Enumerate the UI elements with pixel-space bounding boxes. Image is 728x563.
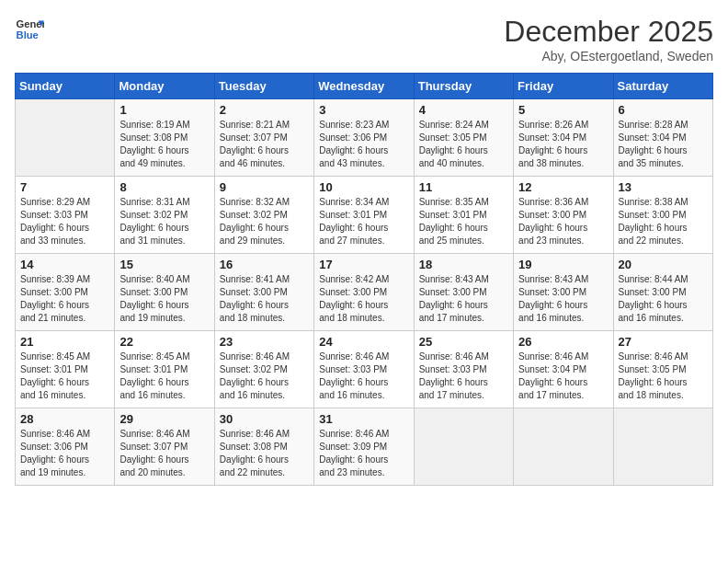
day-content: Sunrise: 8:46 AM Sunset: 3:07 PM Dayligh… <box>119 428 209 479</box>
calendar-cell: 24Sunrise: 8:46 AM Sunset: 3:03 PM Dayli… <box>314 331 414 408</box>
day-number: 7 <box>20 180 109 194</box>
calendar-cell: 17Sunrise: 8:42 AM Sunset: 3:00 PM Dayli… <box>314 254 414 331</box>
calendar-cell: 13Sunrise: 8:38 AM Sunset: 3:00 PM Dayli… <box>613 177 712 254</box>
day-content: Sunrise: 8:26 AM Sunset: 3:04 PM Dayligh… <box>518 119 608 170</box>
day-content: Sunrise: 8:34 AM Sunset: 3:01 PM Dayligh… <box>319 196 408 247</box>
day-number: 11 <box>419 180 508 194</box>
day-content: Sunrise: 8:46 AM Sunset: 3:08 PM Dayligh… <box>220 428 309 479</box>
page-header: General Blue December 2025 Aby, OEstergo… <box>15 15 713 63</box>
day-content: Sunrise: 8:46 AM Sunset: 3:02 PM Dayligh… <box>220 350 309 402</box>
day-content: Sunrise: 8:46 AM Sunset: 3:06 PM Dayligh… <box>20 428 109 479</box>
day-number: 15 <box>119 258 209 271</box>
calendar-cell: 7Sunrise: 8:29 AM Sunset: 3:03 PM Daylig… <box>16 177 115 254</box>
calendar-cell: 8Sunrise: 8:31 AM Sunset: 3:02 PM Daylig… <box>115 177 214 254</box>
week-row-3: 14Sunrise: 8:39 AM Sunset: 3:00 PM Dayli… <box>16 254 713 331</box>
weekday-header-friday: Friday <box>514 74 613 99</box>
weekday-header-thursday: Thursday <box>414 74 513 99</box>
calendar-cell: 5Sunrise: 8:26 AM Sunset: 3:04 PM Daylig… <box>514 99 613 177</box>
month-title: December 2025 <box>504 15 713 49</box>
week-row-5: 28Sunrise: 8:46 AM Sunset: 3:06 PM Dayli… <box>16 408 713 486</box>
day-content: Sunrise: 8:45 AM Sunset: 3:01 PM Dayligh… <box>20 350 109 402</box>
day-content: Sunrise: 8:23 AM Sunset: 3:06 PM Dayligh… <box>319 119 408 170</box>
day-content: Sunrise: 8:21 AM Sunset: 3:07 PM Dayligh… <box>220 119 309 170</box>
day-number: 20 <box>619 258 708 271</box>
calendar-cell: 12Sunrise: 8:36 AM Sunset: 3:00 PM Dayli… <box>514 177 613 254</box>
calendar-cell: 18Sunrise: 8:43 AM Sunset: 3:00 PM Dayli… <box>414 254 513 331</box>
day-number: 9 <box>220 180 309 194</box>
calendar-cell: 30Sunrise: 8:46 AM Sunset: 3:08 PM Dayli… <box>214 408 313 486</box>
day-number: 6 <box>619 103 708 117</box>
day-number: 23 <box>220 335 309 349</box>
svg-text:General: General <box>17 18 44 29</box>
day-content: Sunrise: 8:44 AM Sunset: 3:00 PM Dayligh… <box>619 273 708 325</box>
day-content: Sunrise: 8:29 AM Sunset: 3:03 PM Dayligh… <box>20 196 109 247</box>
calendar-cell: 1Sunrise: 8:19 AM Sunset: 3:08 PM Daylig… <box>115 99 214 177</box>
calendar-cell <box>16 99 115 177</box>
day-number: 12 <box>518 180 608 194</box>
calendar-cell: 23Sunrise: 8:46 AM Sunset: 3:02 PM Dayli… <box>214 331 313 408</box>
logo: General Blue <box>15 15 44 44</box>
calendar-cell: 9Sunrise: 8:32 AM Sunset: 3:02 PM Daylig… <box>214 177 313 254</box>
title-block: December 2025 Aby, OEstergoetland, Swede… <box>504 15 713 63</box>
day-number: 8 <box>119 180 209 194</box>
day-number: 28 <box>20 412 109 426</box>
day-content: Sunrise: 8:39 AM Sunset: 3:00 PM Dayligh… <box>20 273 109 325</box>
calendar-cell: 2Sunrise: 8:21 AM Sunset: 3:07 PM Daylig… <box>214 99 313 177</box>
day-number: 18 <box>419 258 508 271</box>
day-content: Sunrise: 8:31 AM Sunset: 3:02 PM Dayligh… <box>119 196 209 247</box>
day-content: Sunrise: 8:46 AM Sunset: 3:05 PM Dayligh… <box>619 350 708 402</box>
calendar-cell: 20Sunrise: 8:44 AM Sunset: 3:00 PM Dayli… <box>613 254 712 331</box>
calendar-cell: 19Sunrise: 8:43 AM Sunset: 3:00 PM Dayli… <box>514 254 613 331</box>
day-content: Sunrise: 8:43 AM Sunset: 3:00 PM Dayligh… <box>419 273 508 325</box>
week-row-2: 7Sunrise: 8:29 AM Sunset: 3:03 PM Daylig… <box>16 177 713 254</box>
day-content: Sunrise: 8:24 AM Sunset: 3:05 PM Dayligh… <box>419 119 508 170</box>
calendar-cell: 25Sunrise: 8:46 AM Sunset: 3:03 PM Dayli… <box>414 331 513 408</box>
day-number: 16 <box>220 258 309 271</box>
day-number: 31 <box>319 412 408 426</box>
calendar-header-row: SundayMondayTuesdayWednesdayThursdayFrid… <box>16 74 713 99</box>
day-number: 29 <box>119 412 209 426</box>
day-number: 14 <box>20 258 109 271</box>
day-content: Sunrise: 8:32 AM Sunset: 3:02 PM Dayligh… <box>220 196 309 247</box>
calendar-cell: 27Sunrise: 8:46 AM Sunset: 3:05 PM Dayli… <box>613 331 712 408</box>
calendar-cell: 16Sunrise: 8:41 AM Sunset: 3:00 PM Dayli… <box>214 254 313 331</box>
day-number: 1 <box>119 103 209 117</box>
svg-text:Blue: Blue <box>17 29 39 40</box>
day-number: 30 <box>220 412 309 426</box>
week-row-1: 1Sunrise: 8:19 AM Sunset: 3:08 PM Daylig… <box>16 99 713 177</box>
day-number: 5 <box>518 103 608 117</box>
calendar-cell: 11Sunrise: 8:35 AM Sunset: 3:01 PM Dayli… <box>414 177 513 254</box>
day-number: 17 <box>319 258 408 271</box>
calendar-cell <box>613 408 712 486</box>
day-number: 22 <box>119 335 209 349</box>
calendar-cell: 10Sunrise: 8:34 AM Sunset: 3:01 PM Dayli… <box>314 177 414 254</box>
day-content: Sunrise: 8:45 AM Sunset: 3:01 PM Dayligh… <box>119 350 209 402</box>
calendar-table: SundayMondayTuesdayWednesdayThursdayFrid… <box>15 73 713 486</box>
calendar-cell: 22Sunrise: 8:45 AM Sunset: 3:01 PM Dayli… <box>115 331 214 408</box>
day-content: Sunrise: 8:46 AM Sunset: 3:09 PM Dayligh… <box>319 428 408 479</box>
weekday-header-wednesday: Wednesday <box>314 74 414 99</box>
day-content: Sunrise: 8:43 AM Sunset: 3:00 PM Dayligh… <box>518 273 608 325</box>
day-content: Sunrise: 8:42 AM Sunset: 3:00 PM Dayligh… <box>319 273 408 325</box>
calendar-cell: 14Sunrise: 8:39 AM Sunset: 3:00 PM Dayli… <box>16 254 115 331</box>
day-number: 10 <box>319 180 408 194</box>
logo-icon: General Blue <box>15 15 44 44</box>
day-number: 24 <box>319 335 408 349</box>
calendar-cell: 6Sunrise: 8:28 AM Sunset: 3:04 PM Daylig… <box>613 99 712 177</box>
day-content: Sunrise: 8:46 AM Sunset: 3:04 PM Dayligh… <box>518 350 608 402</box>
day-content: Sunrise: 8:46 AM Sunset: 3:03 PM Dayligh… <box>419 350 508 402</box>
weekday-header-sunday: Sunday <box>16 74 115 99</box>
calendar-cell: 31Sunrise: 8:46 AM Sunset: 3:09 PM Dayli… <box>314 408 414 486</box>
day-number: 26 <box>518 335 608 349</box>
calendar-cell: 29Sunrise: 8:46 AM Sunset: 3:07 PM Dayli… <box>115 408 214 486</box>
calendar-cell: 15Sunrise: 8:40 AM Sunset: 3:00 PM Dayli… <box>115 254 214 331</box>
day-content: Sunrise: 8:19 AM Sunset: 3:08 PM Dayligh… <box>119 119 209 170</box>
day-number: 27 <box>619 335 708 349</box>
day-content: Sunrise: 8:35 AM Sunset: 3:01 PM Dayligh… <box>419 196 508 247</box>
day-content: Sunrise: 8:40 AM Sunset: 3:00 PM Dayligh… <box>119 273 209 325</box>
location-subtitle: Aby, OEstergoetland, Sweden <box>504 49 713 63</box>
calendar-cell: 3Sunrise: 8:23 AM Sunset: 3:06 PM Daylig… <box>314 99 414 177</box>
calendar-cell <box>414 408 513 486</box>
day-content: Sunrise: 8:41 AM Sunset: 3:00 PM Dayligh… <box>220 273 309 325</box>
day-content: Sunrise: 8:38 AM Sunset: 3:00 PM Dayligh… <box>619 196 708 247</box>
